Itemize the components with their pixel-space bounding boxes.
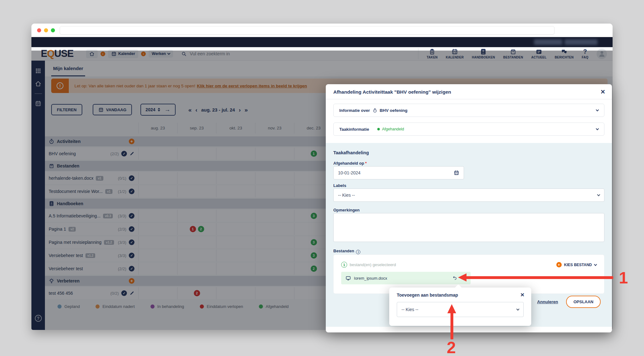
stopwatch-icon bbox=[373, 108, 377, 113]
close-icon[interactable]: × bbox=[601, 87, 605, 96]
annotation-arrow-2 bbox=[450, 313, 453, 339]
status-badge: Afgehandeld bbox=[377, 127, 404, 131]
modal-title: Afhandeling Activiteittaak "BHV oefening… bbox=[333, 89, 451, 95]
accordion-informatie[interactable]: Informatie over BHV oefening bbox=[333, 104, 604, 117]
save-button[interactable]: OPSLAAN bbox=[566, 296, 601, 308]
status-dot-icon bbox=[377, 128, 380, 130]
annotation-arrow-1 bbox=[466, 276, 613, 279]
desktop: EQUSE › Kalender › Werken TAKENKALENDERH… bbox=[0, 0, 644, 356]
calendar-icon[interactable] bbox=[454, 170, 459, 176]
traffic-light-close[interactable] bbox=[37, 28, 41, 32]
info-icon[interactable]: i bbox=[356, 250, 360, 254]
annotation-arrow-2-head bbox=[447, 304, 456, 313]
chevron-down-icon bbox=[596, 108, 599, 112]
opmerkingen-label: Opmerkingen bbox=[333, 208, 360, 212]
cancel-button[interactable]: Annuleren bbox=[537, 299, 558, 304]
close-icon[interactable]: × bbox=[521, 291, 524, 298]
labels-label: Labels bbox=[333, 183, 346, 188]
labels-select[interactable]: -- Kies -- bbox=[333, 189, 604, 202]
bestanden-label: Bestandeni bbox=[333, 249, 360, 254]
afgehandeld-op-input[interactable]: 10-01-2024 bbox=[333, 166, 464, 179]
selected-count-text: bestand(en) geselecteerd bbox=[350, 262, 396, 267]
monitor-icon bbox=[346, 276, 351, 281]
section-title: Taakafhandeling bbox=[333, 150, 369, 155]
selected-file-row[interactable]: lorem_ipsum.docx ⋯ bbox=[341, 272, 471, 284]
popup-title: Toevoegen aan bestandsmap bbox=[397, 293, 458, 298]
top-strip bbox=[31, 37, 613, 47]
redacted-org-info bbox=[565, 39, 598, 45]
file-name: lorem_ipsum.docx bbox=[354, 276, 387, 281]
chevron-down-icon bbox=[516, 308, 520, 311]
folder-select[interactable]: -- Kies -- bbox=[397, 302, 524, 317]
accordion-taakinformatie[interactable]: Taakinformatie Afgehandeld bbox=[333, 123, 604, 136]
folder-popup: Toevoegen aan bestandsmap × -- Kies -- bbox=[389, 288, 531, 326]
annotation-arrow-1-head bbox=[458, 273, 467, 282]
annotation-label-1: 1 bbox=[619, 268, 628, 287]
browser-chrome bbox=[31, 24, 613, 37]
address-bar[interactable] bbox=[60, 26, 554, 35]
divider bbox=[326, 99, 612, 99]
traffic-light-minimize[interactable] bbox=[44, 28, 48, 32]
chevron-down-icon bbox=[596, 127, 599, 130]
afgehandeld-op-label: Afgehandeld op* bbox=[333, 161, 367, 166]
selected-count-badge: 1 bbox=[341, 262, 347, 268]
undo-button[interactable] bbox=[452, 276, 457, 281]
chevron-down-icon bbox=[597, 193, 600, 196]
chevron-down-icon bbox=[594, 263, 597, 266]
opmerkingen-textarea[interactable] bbox=[333, 213, 604, 242]
kies-bestand-button[interactable]: + KIES BESTAND bbox=[556, 262, 597, 267]
redacted-user-info bbox=[534, 39, 562, 45]
plus-icon: + bbox=[556, 262, 562, 267]
annotation-label-2: 2 bbox=[447, 338, 456, 356]
traffic-light-zoom[interactable] bbox=[51, 28, 55, 32]
